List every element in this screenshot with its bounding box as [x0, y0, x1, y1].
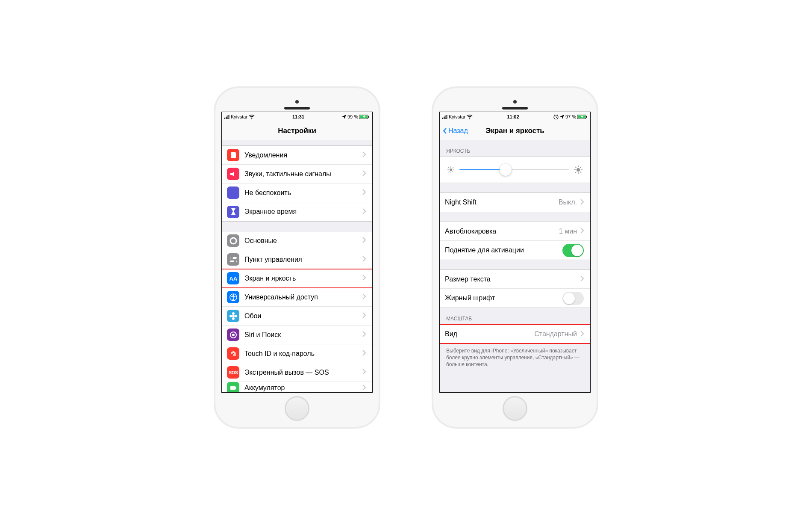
battery-icon: [577, 115, 588, 119]
settings-row[interactable]: Экран и яркость: [222, 269, 372, 288]
finger-icon: [227, 347, 239, 360]
settings-row[interactable]: Пункт управления: [222, 250, 372, 269]
alarm-icon: [553, 114, 559, 119]
row-autolock[interactable]: Автоблокировка 1 мин: [440, 222, 590, 241]
battery-icon: [359, 115, 370, 119]
chevron-icon: [362, 368, 366, 377]
toggle-raise-to-wake[interactable]: [562, 244, 584, 257]
row-raise-to-wake: Поднятие для активации: [440, 241, 590, 260]
settings-row[interactable]: Аккумулятор: [222, 382, 372, 392]
row-text-size[interactable]: Размер текста: [440, 270, 590, 289]
settings-row[interactable]: Экранное время: [222, 202, 372, 221]
hourglass-icon: [227, 206, 239, 218]
row-label: Экран и яркость: [244, 275, 362, 282]
chevron-icon: [362, 293, 366, 302]
signal-icon: [224, 115, 229, 119]
back-button[interactable]: Назад: [442, 127, 468, 135]
label: Жирный шрифт: [445, 294, 562, 302]
settings-row[interactable]: Уведомления: [222, 146, 372, 165]
status-bar: Kyivstar 11:02 97 %: [440, 112, 590, 121]
row-label: Touch ID и код-пароль: [244, 350, 362, 358]
gear-icon: [227, 234, 239, 247]
label: Вид: [445, 330, 534, 338]
chevron-icon: [362, 311, 366, 320]
chevron-icon: [362, 349, 366, 358]
row-label: Универсальный доступ: [244, 293, 362, 301]
label: Размер текста: [445, 275, 580, 283]
footer-note: Выберите вид для iPhone: «Увеличенный» п…: [440, 344, 590, 372]
row-label: Пункт управления: [244, 256, 362, 263]
signal-icon: [442, 115, 447, 119]
chevron-icon: [362, 169, 366, 178]
settings-row[interactable]: Обои: [222, 307, 372, 326]
chevron-icon: [362, 330, 366, 339]
phone-left: Kyivstar 11:31 99 % Настройки Уведомлени…: [214, 86, 380, 429]
settings-row[interactable]: Touch ID и код-пароль: [222, 344, 372, 363]
sun-large-icon: [574, 166, 583, 174]
chevron-icon: [580, 330, 584, 339]
section-zoom-label: МАСШТАБ: [440, 308, 590, 324]
row-label: Siri и Поиск: [244, 331, 362, 339]
settings-row[interactable]: Siri и Поиск: [222, 326, 372, 344]
nav-bar: Назад Экран и яркость: [440, 121, 590, 140]
label: Автоблокировка: [445, 228, 559, 235]
carrier: Kyivstar: [231, 114, 247, 119]
row-label: Экранное время: [244, 208, 362, 216]
home-button[interactable]: [503, 396, 527, 421]
wifi-icon: [467, 114, 473, 119]
row-label: Обои: [244, 312, 362, 320]
clock: 11:31: [292, 114, 304, 119]
location-icon: [342, 115, 346, 119]
brightness-slider[interactable]: [459, 169, 569, 170]
home-button[interactable]: [285, 396, 309, 421]
row-label: Уведомления: [244, 151, 362, 159]
aa-icon: [227, 272, 239, 284]
row-view[interactable]: Вид Стандартный: [440, 325, 590, 343]
value: 1 мин: [559, 228, 577, 235]
flower-icon: [227, 310, 239, 322]
sos-icon: [227, 366, 239, 379]
chevron-icon: [362, 151, 366, 160]
settings-row[interactable]: Универсальный доступ: [222, 288, 372, 307]
section-brightness-label: ЯРКОСТЬ: [440, 140, 590, 157]
battery-pct: 99 %: [347, 114, 358, 119]
settings-row[interactable]: Основные: [222, 231, 372, 250]
chevron-icon: [362, 188, 366, 197]
chevron-icon: [580, 198, 584, 207]
row-night-shift[interactable]: Night Shift Выкл.: [440, 193, 590, 212]
sun-small-icon: [447, 166, 454, 173]
chevron-icon: [362, 274, 366, 283]
toggle-bold-text[interactable]: [562, 292, 584, 305]
sound-icon: [227, 168, 239, 180]
label: Night Shift: [445, 198, 559, 206]
label: Поднятие для активации: [445, 246, 562, 254]
value: Выкл.: [559, 198, 577, 206]
brightness-slider-row: [440, 157, 590, 183]
chevron-icon: [362, 207, 366, 216]
chevron-icon: [580, 227, 584, 236]
battery-pct: 97 %: [565, 114, 576, 119]
notif-icon: [227, 149, 239, 161]
acc-icon: [227, 291, 239, 303]
settings-row[interactable]: Звуки, тактильные сигналы: [222, 165, 372, 184]
row-label: Основные: [244, 237, 362, 245]
wifi-icon: [249, 114, 255, 119]
back-label: Назад: [448, 127, 468, 135]
nav-bar: Настройки: [222, 121, 372, 140]
phone-right: Kyivstar 11:02 97 % Назад Экран и яркост…: [432, 86, 598, 429]
page-title: Настройки: [278, 127, 316, 135]
moon-icon: [227, 186, 239, 199]
settings-row[interactable]: Экстренный вызов — SOS: [222, 363, 372, 382]
chevron-icon: [362, 236, 366, 245]
row-label: Не беспокоить: [244, 189, 362, 197]
settings-row[interactable]: Не беспокоить: [222, 184, 372, 202]
page-title: Экран и яркость: [485, 127, 544, 135]
row-bold-text: Жирный шрифт: [440, 289, 590, 308]
value: Стандартный: [534, 330, 577, 338]
screen-settings-root: Kyivstar 11:31 99 % Настройки Уведомлени…: [221, 112, 373, 393]
chevron-icon: [362, 384, 366, 393]
row-label: Аккумулятор: [244, 384, 362, 392]
location-icon: [560, 115, 564, 119]
screen-display-brightness: Kyivstar 11:02 97 % Назад Экран и яркост…: [439, 112, 591, 393]
switches-icon: [227, 253, 239, 266]
